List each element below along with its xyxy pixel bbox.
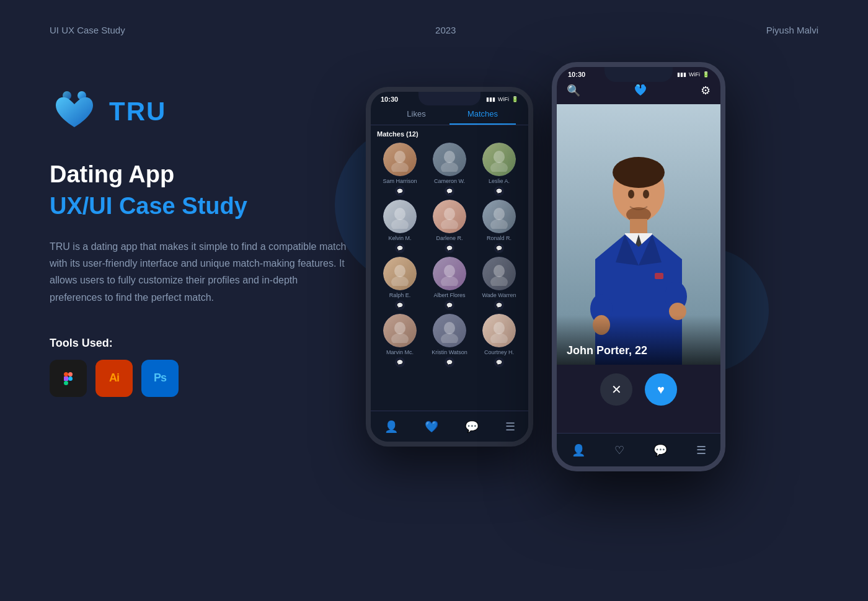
phone2-time: 10:30 bbox=[568, 71, 585, 78]
phone1-time: 10:30 bbox=[381, 96, 398, 103]
phone1-notch bbox=[418, 92, 480, 105]
matches-grid: Sam Harrison 💬 Cameron W. 💬 bbox=[377, 143, 522, 367]
match-badge: 💬 bbox=[395, 300, 405, 310]
tool-ps: Ps bbox=[141, 360, 179, 397]
phone1: 10:30 ▮▮▮ WiFi 🔋 Likes Matches Matches (… bbox=[366, 87, 533, 447]
match-badge: 💬 bbox=[445, 357, 454, 367]
match-badge: 💬 bbox=[395, 243, 405, 253]
match-item[interactable]: Kelvin M. 💬 bbox=[377, 200, 423, 253]
ps-label: Ps bbox=[154, 372, 166, 385]
svg-point-26 bbox=[391, 333, 409, 343]
phone2-nav-menu-icon[interactable]: ☰ bbox=[696, 443, 706, 457]
match-name: Kelvin M. bbox=[388, 235, 411, 241]
match-name: Kristin Watson bbox=[432, 349, 467, 355]
phone2-topbar: 🔍 ⚙ bbox=[557, 79, 720, 104]
phone2-nav-heart-icon[interactable]: ♡ bbox=[614, 443, 624, 457]
svg-point-10 bbox=[441, 162, 458, 172]
match-name: Cameron W. bbox=[434, 178, 465, 184]
match-badge: 💬 bbox=[395, 357, 405, 367]
match-name: Albert Flores bbox=[433, 292, 465, 298]
match-badge: 💬 bbox=[494, 243, 504, 253]
match-item[interactable]: Darlene R. 💬 bbox=[427, 200, 472, 253]
phone2-nav: 👤 ♡ 💬 ☰ bbox=[557, 433, 720, 466]
svg-point-29 bbox=[494, 322, 505, 334]
match-name: Wade Warren bbox=[482, 292, 516, 298]
svg-point-37 bbox=[628, 190, 634, 198]
profile-name: John Porter, 22 bbox=[567, 344, 647, 357]
svg-point-25 bbox=[394, 322, 405, 334]
logo-area: TRU bbox=[50, 87, 347, 136]
tru-logo-icon bbox=[50, 87, 99, 136]
header-center: 2023 bbox=[435, 25, 456, 35]
left-section: TRU Dating App UX/UI Case Study TRU is a… bbox=[50, 87, 347, 397]
svg-rect-3 bbox=[68, 372, 73, 376]
svg-point-21 bbox=[444, 265, 455, 277]
heading1: Dating App bbox=[50, 161, 347, 188]
match-badge: 💬 bbox=[395, 186, 405, 196]
match-avatar bbox=[433, 257, 466, 290]
phone2-status-icons: ▮▮▮ WiFi 🔋 bbox=[677, 71, 709, 78]
logo-text: TRU bbox=[109, 97, 166, 127]
nav-profile-icon[interactable]: 👤 bbox=[384, 420, 398, 434]
match-avatar bbox=[383, 143, 417, 176]
match-avatar bbox=[383, 200, 417, 233]
profile-image-area: John Porter, 22 bbox=[557, 104, 720, 365]
phone2-actions: ✕ ♥ bbox=[557, 365, 720, 414]
match-item[interactable]: Courtney H. 💬 bbox=[476, 314, 522, 367]
header-right: Piyush Malvi bbox=[766, 25, 818, 35]
phone1-status-icons: ▮▮▮ WiFi 🔋 bbox=[486, 96, 518, 102]
match-item[interactable]: Sam Harrison 💬 bbox=[377, 143, 423, 196]
svg-point-14 bbox=[391, 219, 409, 229]
match-name: Darlene R. bbox=[436, 235, 463, 241]
phone2-notch bbox=[604, 67, 673, 82]
svg-point-8 bbox=[391, 162, 409, 172]
svg-rect-40 bbox=[630, 219, 647, 234]
match-item[interactable]: Cameron W. 💬 bbox=[427, 143, 472, 196]
match-badge: 💬 bbox=[445, 186, 454, 196]
match-avatar bbox=[482, 314, 516, 347]
match-name: Marvin Mc. bbox=[386, 349, 414, 355]
phone2-battery-icon: 🔋 bbox=[702, 71, 709, 78]
phone2-signal-icon: ▮▮▮ bbox=[677, 71, 686, 78]
match-name: Ralph E. bbox=[389, 292, 411, 298]
matches-title: Matches (12) bbox=[377, 130, 522, 138]
svg-rect-2 bbox=[64, 372, 68, 376]
match-item[interactable]: Ronald R. 💬 bbox=[476, 200, 522, 253]
match-item[interactable]: Leslie A. 💬 bbox=[476, 143, 522, 196]
nav-chat-icon[interactable]: 💬 bbox=[465, 420, 479, 434]
phone2: 10:30 ▮▮▮ WiFi 🔋 🔍 ⚙ bbox=[552, 62, 725, 471]
match-item[interactable]: Kristin Watson 💬 bbox=[427, 314, 472, 367]
match-item[interactable]: Wade Warren 💬 bbox=[476, 257, 522, 310]
ai-label: Ai bbox=[109, 372, 119, 385]
tab-likes[interactable]: Likes bbox=[383, 104, 450, 125]
nav-heart-icon[interactable]: 💙 bbox=[425, 420, 438, 434]
match-badge: 💬 bbox=[494, 300, 504, 310]
phone2-filter-icon[interactable]: ⚙ bbox=[701, 84, 711, 97]
heading2: UX/UI Case Study bbox=[50, 193, 347, 220]
svg-point-23 bbox=[494, 265, 505, 277]
match-item[interactable]: Ralph E. 💬 bbox=[377, 257, 423, 310]
like-button[interactable]: ♥ bbox=[645, 373, 677, 406]
svg-point-27 bbox=[444, 322, 455, 334]
svg-point-30 bbox=[490, 333, 508, 343]
nav-menu-icon[interactable]: ☰ bbox=[505, 420, 515, 434]
phone2-search-icon[interactable]: 🔍 bbox=[567, 84, 580, 97]
svg-point-36 bbox=[613, 157, 665, 188]
dislike-button[interactable]: ✕ bbox=[600, 373, 632, 406]
match-avatar bbox=[482, 143, 516, 176]
match-badge: 💬 bbox=[494, 357, 504, 367]
phone2-nav-profile-icon[interactable]: 👤 bbox=[572, 443, 585, 457]
tools-label: Tools Used: bbox=[50, 337, 347, 350]
wifi-icon: WiFi bbox=[498, 96, 509, 102]
phone2-wifi-icon: WiFi bbox=[689, 71, 700, 78]
phone2-logo-icon bbox=[632, 82, 649, 99]
phone2-nav-chat-icon[interactable]: 💬 bbox=[653, 443, 667, 457]
tab-matches[interactable]: Matches bbox=[450, 104, 516, 125]
svg-point-24 bbox=[490, 276, 508, 286]
match-item[interactable]: Albert Flores 💬 bbox=[427, 257, 472, 310]
svg-point-6 bbox=[68, 376, 73, 381]
match-avatar bbox=[482, 257, 516, 290]
svg-rect-43 bbox=[655, 273, 663, 279]
svg-point-7 bbox=[394, 151, 405, 163]
match-item[interactable]: Marvin Mc. 💬 bbox=[377, 314, 423, 367]
